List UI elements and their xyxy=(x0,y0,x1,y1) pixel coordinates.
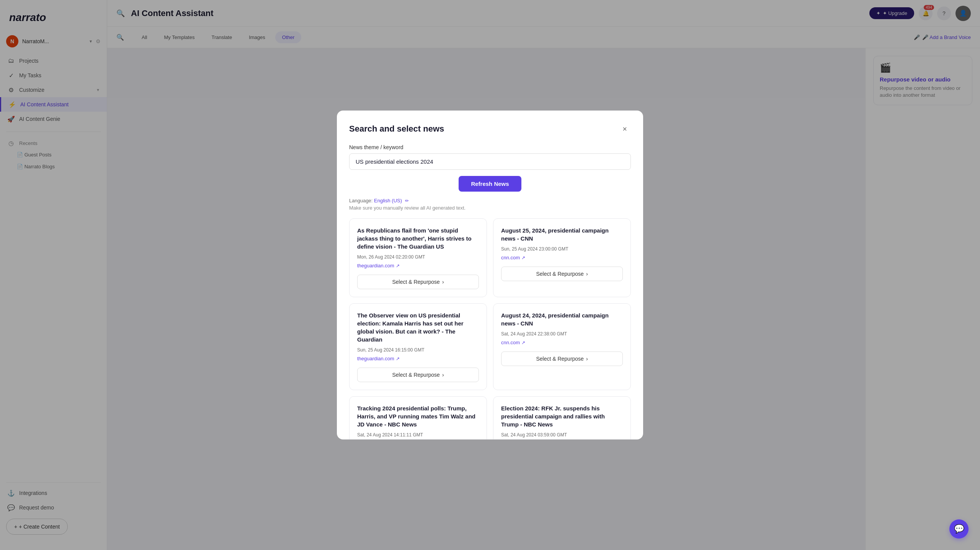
chat-support-button[interactable]: 💬 xyxy=(949,519,969,539)
news-card-2: August 25, 2024, presidential campaign n… xyxy=(493,218,631,297)
news-card-1: As Republicans flail from 'one stupid ja… xyxy=(349,218,487,297)
news-card-4: August 24, 2024, presidential campaign n… xyxy=(493,303,631,390)
article-4-select-button[interactable]: Select & Repurpose › xyxy=(501,351,623,366)
chevron-right-icon: › xyxy=(586,271,588,277)
external-link-icon: ↗ xyxy=(396,356,400,361)
article-6-date: Sat, 24 Aug 2024 03:59:00 GMT xyxy=(501,432,623,438)
news-card-6: Election 2024: RFK Jr. suspends his pres… xyxy=(493,396,631,439)
disclaimer-text: Make sure you manually review all AI gen… xyxy=(349,205,631,211)
refresh-news-button[interactable]: Refresh News xyxy=(459,176,521,192)
news-card-3: The Observer view on US presidential ele… xyxy=(349,303,487,390)
chevron-right-icon: › xyxy=(442,372,444,378)
article-1-select-button[interactable]: Select & Repurpose › xyxy=(357,275,479,289)
chevron-right-icon: › xyxy=(586,356,588,362)
article-3-select-button[interactable]: Select & Repurpose › xyxy=(357,368,479,382)
article-4-source[interactable]: cnn.com ↗ xyxy=(501,340,623,345)
article-4-title: August 24, 2024, presidential campaign n… xyxy=(501,311,623,327)
article-3-title: The Observer view on US presidential ele… xyxy=(357,311,479,343)
news-search-input[interactable] xyxy=(349,153,631,170)
article-1-title: As Republicans flail from 'one stupid ja… xyxy=(357,226,479,251)
news-articles-grid: As Republicans flail from 'one stupid ja… xyxy=(349,218,631,439)
article-2-date: Sun, 25 Aug 2024 23:00:00 GMT xyxy=(501,246,623,252)
article-3-date: Sun, 25 Aug 2024 16:15:00 GMT xyxy=(357,347,479,353)
article-1-source[interactable]: theguardian.com ↗ xyxy=(357,263,479,268)
external-link-icon: ↗ xyxy=(396,263,400,268)
article-1-date: Mon, 26 Aug 2024 02:20:00 GMT xyxy=(357,254,479,260)
article-4-date: Sat, 24 Aug 2024 22:38:00 GMT xyxy=(501,331,623,337)
modal-header: Search and select news × xyxy=(349,123,631,135)
chevron-right-icon: › xyxy=(442,279,444,285)
news-card-5: Tracking 2024 presidential polls: Trump,… xyxy=(349,396,487,439)
article-6-title: Election 2024: RFK Jr. suspends his pres… xyxy=(501,404,623,428)
news-field-label: News theme / keyword xyxy=(349,144,631,150)
article-2-source[interactable]: cnn.com ↗ xyxy=(501,255,623,260)
external-link-icon: ↗ xyxy=(521,255,525,260)
article-2-title: August 25, 2024, presidential campaign n… xyxy=(501,226,623,242)
chat-icon-symbol: 💬 xyxy=(954,524,964,534)
news-modal: Search and select news × News theme / ke… xyxy=(337,111,643,439)
external-link-icon: ↗ xyxy=(521,340,525,345)
article-5-date: Sat, 24 Aug 2024 14:11:11 GMT xyxy=(357,432,479,438)
language-edit-icon[interactable]: ✏ xyxy=(405,198,409,203)
article-3-source[interactable]: theguardian.com ↗ xyxy=(357,356,479,361)
modal-title: Search and select news xyxy=(349,124,444,134)
language-link[interactable]: English (US) xyxy=(374,198,402,203)
modal-close-button[interactable]: × xyxy=(619,123,631,135)
language-row: Language: English (US) ✏ xyxy=(349,198,631,203)
article-2-select-button[interactable]: Select & Repurpose › xyxy=(501,267,623,281)
article-5-title: Tracking 2024 presidential polls: Trump,… xyxy=(357,404,479,428)
